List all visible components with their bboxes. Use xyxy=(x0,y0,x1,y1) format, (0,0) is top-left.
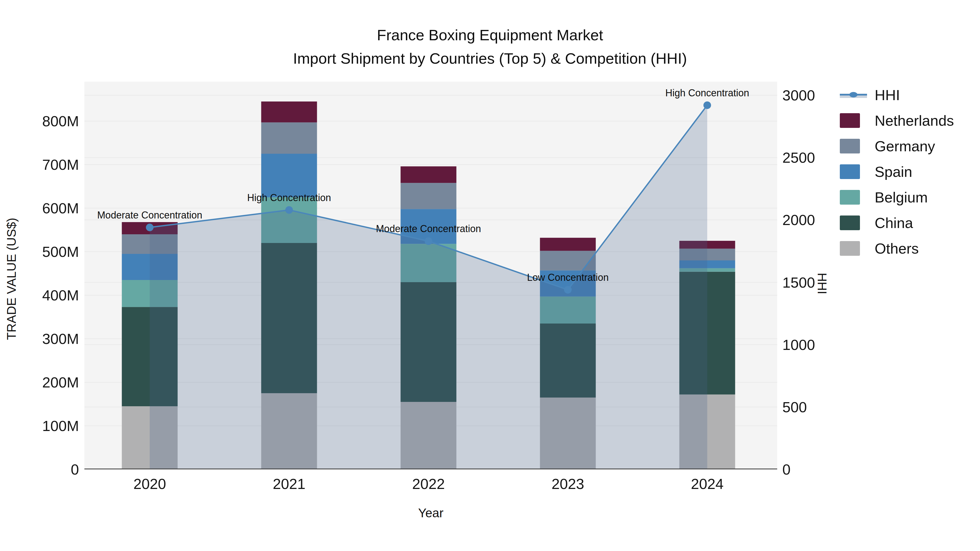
plot-area xyxy=(84,82,777,469)
y-left-tick-800M: 800M xyxy=(0,113,79,130)
hhi-area-fill xyxy=(150,105,707,469)
y-right-tick-0: 0 xyxy=(783,461,791,478)
legend-label: Netherlands xyxy=(875,113,954,128)
legend-label: Belgium xyxy=(875,190,928,205)
hhi-point-2023 xyxy=(564,286,572,294)
others-swatch-icon xyxy=(840,241,860,256)
x-tick-2024: 2024 xyxy=(691,475,724,492)
bar-segment-spain-2021 xyxy=(261,154,317,197)
bar-segment-germany-2022 xyxy=(401,183,457,209)
bar-segment-netherlands-2023 xyxy=(540,238,596,251)
y-left-tick-200M: 200M xyxy=(0,374,79,391)
hhi-point-2024 xyxy=(703,102,711,109)
legend-item-china[interactable]: China xyxy=(840,216,954,230)
chart-title-line2: Import Shipment by Countries (Top 5) & C… xyxy=(0,49,980,67)
y-right-tick-3000: 3000 xyxy=(783,87,815,104)
legend-label: Germany xyxy=(875,139,935,154)
legend-item-germany[interactable]: Germany xyxy=(840,139,954,154)
legend-item-netherlands[interactable]: Netherlands xyxy=(840,113,954,128)
hhi-point-2020 xyxy=(146,224,154,231)
legend-label: Others xyxy=(875,241,919,256)
y-right-tick-500: 500 xyxy=(783,399,807,416)
chart-title-line1: France Boxing Equipment Market xyxy=(0,26,980,44)
chart-figure: France Boxing Equipment Market Import Sh… xyxy=(0,0,980,551)
y-left-tick-700M: 700M xyxy=(0,156,79,173)
belgium-swatch-icon xyxy=(840,190,860,205)
china-swatch-icon xyxy=(840,216,860,230)
y-left-tick-100M: 100M xyxy=(0,418,79,434)
germany-swatch-icon xyxy=(840,139,860,154)
y-left-tick-500M: 500M xyxy=(0,243,79,260)
plot-svg xyxy=(84,82,777,469)
y-left-tick-0: 0 xyxy=(0,461,79,478)
bar-segment-germany-2021 xyxy=(261,122,317,154)
annotation-2024: High Concentration xyxy=(665,87,749,99)
legend-label: China xyxy=(875,216,913,230)
annotation-2020: Moderate Concentration xyxy=(97,210,202,221)
x-tick-2021: 2021 xyxy=(273,475,305,492)
hhi-legend-marker xyxy=(850,92,858,97)
legend: HHINetherlandsGermanySpainBelgiumChinaOt… xyxy=(840,87,954,256)
x-tick-2023: 2023 xyxy=(552,475,584,492)
y-right-tick-1000: 1000 xyxy=(783,336,815,353)
y-right-tick-1500: 1500 xyxy=(783,274,815,291)
legend-item-hhi[interactable]: HHI xyxy=(840,87,954,102)
y-axis-right-title: HHI xyxy=(815,256,829,311)
bar-segment-netherlands-2022 xyxy=(401,166,457,183)
bar-segment-netherlands-2021 xyxy=(261,102,317,122)
y-right-tick-2500: 2500 xyxy=(783,149,815,166)
spain-swatch-icon xyxy=(840,164,860,179)
legend-label: Spain xyxy=(875,164,912,179)
netherlands-swatch-icon xyxy=(840,113,860,128)
y-right-tick-2000: 2000 xyxy=(783,211,815,228)
y-left-tick-300M: 300M xyxy=(0,330,79,347)
legend-item-spain[interactable]: Spain xyxy=(840,164,954,179)
hhi-line-icon xyxy=(840,87,867,102)
hhi-point-2021 xyxy=(285,206,293,214)
hhi-point-2022 xyxy=(425,237,432,245)
annotation-2022: Moderate Concentration xyxy=(376,223,481,235)
x-axis-title: Year xyxy=(84,506,777,520)
x-tick-2020: 2020 xyxy=(134,475,166,492)
annotation-2021: High Concentration xyxy=(247,192,331,203)
legend-item-others[interactable]: Others xyxy=(840,241,954,256)
annotation-2023: Low Concentration xyxy=(527,272,609,283)
y-left-tick-400M: 400M xyxy=(0,287,79,304)
legend-label: HHI xyxy=(875,87,900,102)
legend-item-belgium[interactable]: Belgium xyxy=(840,190,954,205)
y-axis-left-title: TRADE VALUE (US$) xyxy=(4,208,19,349)
y-left-tick-600M: 600M xyxy=(0,200,79,217)
x-tick-2022: 2022 xyxy=(412,475,445,492)
